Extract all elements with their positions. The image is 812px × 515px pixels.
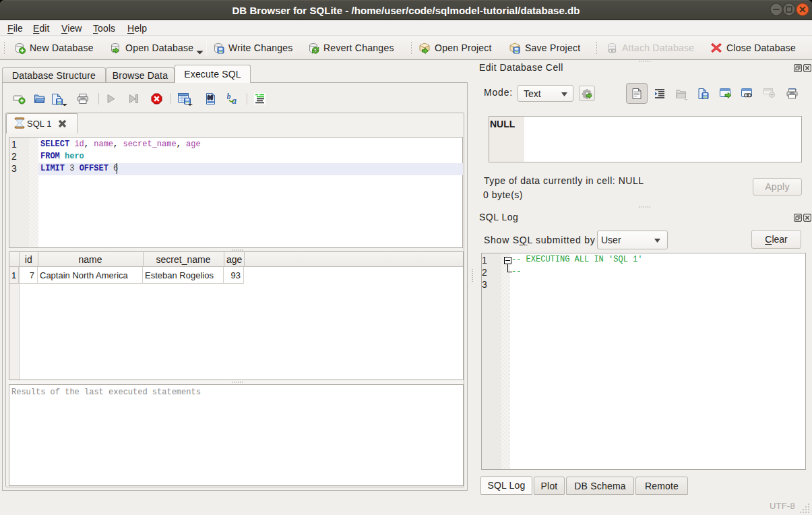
svg-text:b: b <box>227 93 231 101</box>
